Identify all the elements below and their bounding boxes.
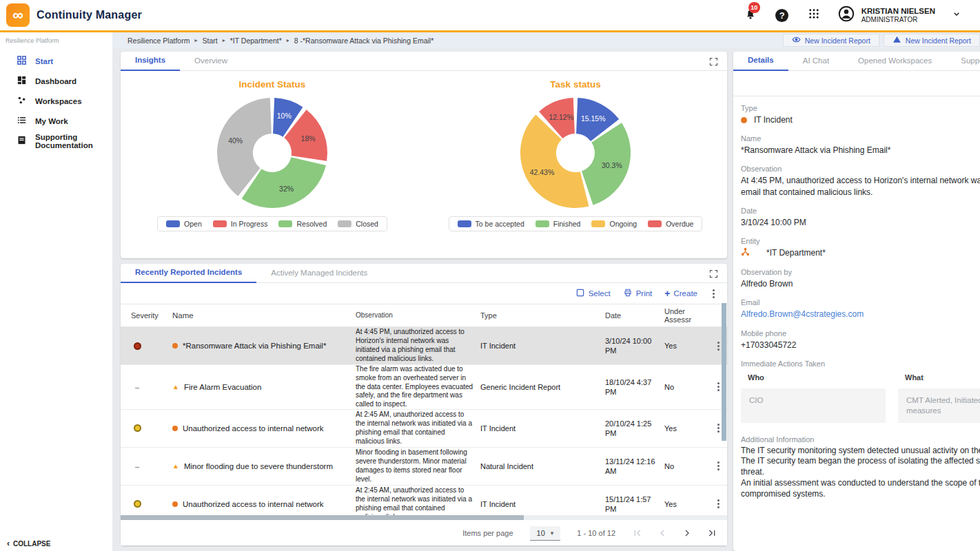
start-grid-icon <box>17 55 27 67</box>
immediate-action-who[interactable]: CIO <box>741 388 886 423</box>
severity-medium-icon <box>134 500 141 508</box>
svg-text:12.12%: 12.12% <box>549 113 573 121</box>
tab-support[interactable]: Support <box>946 56 980 70</box>
collapse-button[interactable]: ‹ COLLAPSE <box>7 539 50 548</box>
incident-observation: At 4:45 PM, unauthorized access to Horiz… <box>356 328 480 363</box>
notifications-button[interactable]: 10 <box>742 7 759 23</box>
severity-none: – <box>135 462 139 470</box>
previous-page-button[interactable] <box>657 528 668 539</box>
vertical-scrollbar[interactable] <box>722 303 726 441</box>
new-incident-button[interactable]: New Incident Report <box>884 34 980 47</box>
email-link[interactable]: Alfredo.Brown@4cstrategies.com <box>741 309 980 320</box>
svg-text:30.3%: 30.3% <box>602 161 622 169</box>
donut-chart: 15.15%30.3%42.43%12.12% <box>513 91 637 215</box>
incident-date: 13/11/24 12:16 AM <box>605 457 664 477</box>
column-header-name[interactable]: Name <box>172 311 356 320</box>
incident-type: IT Incident <box>480 424 605 433</box>
sidebar-item-my-work[interactable]: My Work <box>0 111 112 131</box>
sidebar-item-start[interactable]: Start <box>0 51 112 71</box>
sidebar: Resilience Platform StartDashboardWorksp… <box>0 32 112 551</box>
items-per-page-label: Items per page <box>462 529 513 537</box>
create-button[interactable]: + Create <box>664 288 697 299</box>
sidebar-item-dashboard[interactable]: Dashboard <box>0 71 112 91</box>
fullscreen-icon[interactable] <box>708 269 719 282</box>
incident-status-chart: Incident Status10%18%32%40%OpenIn Progre… <box>121 71 424 231</box>
table-row[interactable]: –▲Minor flooding due to severe thunderst… <box>121 448 727 486</box>
detail-field-entity: Entity*IT Department* <box>741 237 980 259</box>
field-label: Type <box>741 104 980 112</box>
last-page-button[interactable] <box>706 528 717 539</box>
legend-item: Resolved <box>278 220 327 228</box>
tab-actively-managed-incidents[interactable]: Actively Managed Incidents <box>256 269 382 282</box>
detail-field-name: Name*Ransomware Attack via Phishing Emai… <box>741 134 980 156</box>
table-header: SeverityNameObservationTypeDateUnder Ass… <box>121 304 727 327</box>
row-menu-icon[interactable] <box>717 465 719 467</box>
breadcrumb-item[interactable]: *IT Department* <box>230 37 282 45</box>
under-assessment-value: Yes <box>664 500 710 508</box>
task-status-chart: Task status15.15%30.3%42.43%12.12%To be … <box>424 71 727 231</box>
column-header-type[interactable]: Type <box>480 311 605 320</box>
user-menu[interactable]: KRISTIAN NIELSEN ADMINISTRATOR <box>837 5 962 25</box>
incident-date: 18/10/24 4:37 PM <box>605 377 664 397</box>
row-menu-icon[interactable] <box>717 386 719 388</box>
incident-name: Unauthorized access to internal network <box>183 424 324 433</box>
breadcrumb-item[interactable]: 8 -*Ransomware Attack via Phishing Email… <box>294 37 434 45</box>
column-header-severity[interactable]: Severity <box>131 311 172 320</box>
severity-high-icon <box>134 342 141 350</box>
app-root: ∞ Continuity Manager 10 ? KRISTIAN N <box>0 0 980 551</box>
pagination-bar: Items per page 10 ▾ 1 - 10 of 12 <box>121 521 727 545</box>
column-header-date[interactable]: Date <box>605 311 664 320</box>
breadcrumb: Resilience Platform▸Start▸*IT Department… <box>127 37 433 45</box>
more-options-icon[interactable] <box>713 293 715 295</box>
new-incident-report-button[interactable]: New Incident Report <box>783 34 879 47</box>
incident-observation: The fire alarm was activated due to smok… <box>356 365 480 409</box>
table-row[interactable]: Unauthorized access to internal networkA… <box>121 410 727 448</box>
tab-opened-workspaces[interactable]: Opened Workspaces <box>844 56 946 70</box>
svg-text:15.15%: 15.15% <box>581 114 606 123</box>
print-button[interactable]: Print <box>623 288 653 299</box>
tab-recently-reported-incidents[interactable]: Recently Reported Incidents <box>121 268 256 283</box>
legend-item: Open <box>166 220 202 228</box>
tab-insights[interactable]: Insights <box>121 56 180 71</box>
accent-divider <box>0 30 980 32</box>
tab-ai-chat[interactable]: AI Chat <box>788 56 844 70</box>
app-logo-infinity-icon[interactable]: ∞ <box>6 3 30 27</box>
breadcrumb-item[interactable]: Start <box>202 37 217 45</box>
immediate-action-what[interactable]: CMT Alerted, Initiated containment measu… <box>898 388 980 423</box>
row-menu-icon[interactable] <box>717 503 719 505</box>
warning-triangle-icon: ▲ <box>172 383 179 391</box>
additional-information-text: The IT security monitoring system detect… <box>741 446 980 500</box>
immediate-actions-section: Immediate Actions Taken Who What CIOCMT … <box>741 360 980 423</box>
row-menu-icon[interactable] <box>717 345 719 347</box>
incident-type-icon <box>741 117 747 123</box>
incident-type-icon <box>172 343 178 349</box>
chart-legend: OpenIn ProgressResolvedClosed <box>157 216 387 231</box>
tab-details[interactable]: Details <box>733 56 788 71</box>
tab-overview[interactable]: Overview <box>180 56 242 70</box>
detail-field-mobile-phone: Mobile phone+17033045722 <box>741 329 980 351</box>
sidebar-item-workspaces[interactable]: Workspaces <box>0 91 112 111</box>
help-button[interactable]: ? <box>774 7 790 23</box>
svg-text:18%: 18% <box>301 134 316 143</box>
column-header-observation[interactable]: Observation <box>356 311 480 320</box>
next-page-button[interactable] <box>682 528 693 539</box>
page-size-select[interactable]: 10 ▾ <box>530 526 561 541</box>
horizontal-scrollbar[interactable] <box>121 515 727 520</box>
apps-grid-button[interactable] <box>806 7 822 23</box>
sidebar-item-supporting-documentation[interactable]: Supporting Documentation <box>0 131 112 151</box>
apps-grid-icon <box>808 8 820 23</box>
first-page-button[interactable] <box>632 528 643 539</box>
field-label: Entity <box>741 237 980 245</box>
legend-swatch <box>213 220 227 227</box>
column-header-under-assessr[interactable]: Under Assessr <box>664 307 710 324</box>
select-button[interactable]: Select <box>575 288 611 299</box>
table-row[interactable]: *Ransomware Attack via Phishing Email*At… <box>121 327 727 365</box>
row-menu-icon[interactable] <box>717 427 719 429</box>
details-panel: DetailsAI ChatOpened WorkspacesSupport T… <box>733 52 980 551</box>
incident-observation: At 2:45 AM, unauthorized access to the i… <box>356 410 480 446</box>
sidebar-item-label: Supporting Documentation <box>35 133 112 149</box>
breadcrumb-item[interactable]: Resilience Platform <box>127 37 190 45</box>
fullscreen-icon[interactable] <box>708 56 719 70</box>
document-icon <box>17 135 27 147</box>
table-row[interactable]: –▲Fire Alarm EvacuationThe fire alarm wa… <box>121 365 727 410</box>
